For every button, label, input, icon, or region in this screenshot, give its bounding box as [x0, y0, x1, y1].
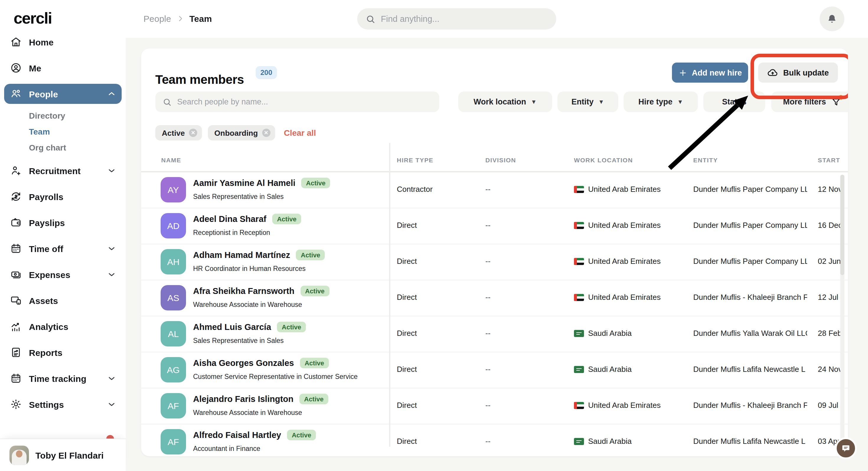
country-name: United Arab Emirates — [588, 185, 661, 194]
user-name: Toby El Flandari — [35, 450, 104, 460]
sidebar-item-settings[interactable]: Settings — [4, 394, 122, 414]
scrollbar-thumb[interactable] — [840, 175, 844, 275]
table-scrollbar[interactable] — [840, 175, 844, 448]
more-filters-button[interactable]: More filters — [771, 92, 848, 112]
table-row[interactable]: AH Adham Hamad Martínez Active HR Coordi… — [141, 244, 848, 280]
gear-icon — [10, 399, 22, 410]
column-header-work-location[interactable]: WORK LOCATION — [574, 156, 633, 163]
sidebar-item-reports[interactable]: Reports — [4, 342, 122, 363]
table-row[interactable]: AG Aisha Georges Gonzales Active Custome… — [141, 352, 848, 388]
table-row[interactable]: AS Afra Sheikha Farnsworth Active Wareho… — [141, 280, 848, 316]
chevron-down-icon: ▼ — [598, 99, 604, 105]
sidebar-item-directory[interactable]: Directory — [8, 108, 118, 123]
breadcrumb-parent[interactable]: People — [144, 13, 171, 24]
employee-name[interactable]: Ahmed Luis García — [193, 322, 271, 332]
avatar: AG — [161, 357, 186, 382]
chat-button[interactable] — [835, 437, 857, 459]
status-badge: Active — [277, 322, 306, 332]
avatar: AL — [161, 321, 186, 346]
employee-role: Customer Service Representative in Custo… — [193, 373, 358, 380]
chevron-up-icon — [107, 90, 116, 98]
country-name: United Arab Emirates — [588, 293, 661, 302]
sidebar-item-label: People — [29, 89, 58, 99]
division-cell: -- — [485, 365, 490, 374]
sidebar-nav: Home Me People Directory Team Org chart … — [0, 28, 126, 414]
sidebar-item-time-tracking[interactable]: Time tracking — [4, 368, 122, 388]
bulk-update-button[interactable]: Bulk update — [758, 63, 838, 83]
entity-filter[interactable]: Entity▼ — [557, 92, 618, 112]
people-search-input[interactable]: Search people by name... — [155, 92, 439, 112]
hire-type-cell: Contractor — [397, 185, 433, 194]
sidebar-item-label: Payslips — [29, 218, 65, 227]
brand-logo: cercli — [0, 0, 126, 28]
avatar: AF — [161, 429, 186, 454]
filter-chip-onboarding[interactable]: Onboarding ✕ — [208, 125, 275, 140]
sidebar-item-people[interactable]: People — [4, 84, 122, 104]
table-row[interactable]: AD Adeel Dina Sharaf Active Receptionist… — [141, 208, 848, 244]
breadcrumb: People Team — [144, 13, 212, 24]
table-row[interactable]: AY Aamir Yasmine Al Hameli Active Sales … — [141, 172, 848, 208]
report-icon — [10, 346, 22, 358]
breadcrumb-current: Team — [189, 13, 212, 24]
column-header-start[interactable]: START — [818, 156, 840, 163]
sidebar-item-label: Expenses — [29, 270, 70, 280]
employee-name[interactable]: Afra Sheikha Farnsworth — [193, 286, 294, 296]
close-icon[interactable]: ✕ — [262, 129, 270, 137]
column-header-entity[interactable]: ENTITY — [693, 156, 718, 163]
sidebar: cercli Home Me People Directory Team Org… — [0, 0, 126, 471]
sidebar-item-me[interactable]: Me — [4, 58, 122, 78]
chevron-down-icon — [107, 400, 116, 408]
sidebar-item-team[interactable]: Team — [8, 125, 118, 139]
table-header: NAME HIRE TYPE DIVISION WORK LOCATION EN… — [141, 156, 848, 171]
employee-name[interactable]: Adeel Dina Sharaf — [193, 214, 266, 224]
user-menu[interactable]: Toby El Flandari — [0, 439, 126, 471]
entity-cell: Dunder Muflis - Khaleeji Branch F — [693, 401, 807, 410]
sidebar-item-analytics[interactable]: Analytics — [4, 316, 122, 337]
employee-name[interactable]: Alejandro Faris Islington — [193, 394, 293, 404]
employee-name[interactable]: Aamir Yasmine Al Hameli — [193, 178, 296, 188]
filter-chip-active[interactable]: Active ✕ — [155, 125, 202, 140]
sidebar-item-assets[interactable]: Assets — [4, 290, 122, 310]
hire-type-cell: Direct — [397, 293, 417, 302]
home-icon — [10, 36, 22, 48]
sidebar-item-time-off[interactable]: Time off — [4, 239, 122, 258]
status-badge: Active — [299, 394, 328, 404]
employee-name[interactable]: Alfredo Faisal Hartley — [193, 430, 281, 440]
sidebar-item-payrolls[interactable]: Payrolls — [4, 187, 122, 207]
column-header-name[interactable]: NAME — [161, 156, 181, 163]
work-location-filter[interactable]: Work location▼ — [458, 92, 552, 112]
member-count-badge: 200 — [256, 66, 277, 79]
add-new-hire-button[interactable]: Add new hire — [672, 63, 748, 83]
clear-all-button[interactable]: Clear all — [284, 128, 316, 137]
hire-type-cell: Direct — [397, 221, 417, 229]
column-header-hire-type[interactable]: HIRE TYPE — [397, 156, 433, 163]
employee-role: Accountant in Finance — [193, 445, 260, 452]
sidebar-item-expenses[interactable]: Expenses — [4, 264, 122, 284]
employee-role: HR Coordinator in Human Resources — [193, 265, 306, 272]
entity-cell: Dunder Muflis Paper Company LL — [693, 185, 807, 194]
sidebar-item-recruitment[interactable]: Recruitment — [4, 161, 122, 181]
active-filter-chips: Active ✕ Onboarding ✕ Clear all — [155, 125, 316, 140]
division-cell: -- — [485, 401, 490, 410]
country-flag-icon — [574, 329, 584, 337]
table-row[interactable]: AL Ahmed Luis García Active Sales Repres… — [141, 316, 848, 352]
notifications-button[interactable] — [819, 6, 844, 31]
page-title: Team members — [155, 72, 244, 87]
entity-cell: Dunder Muflis Yalla Warak Oil LLC — [693, 329, 807, 338]
global-search-input[interactable]: Find anything... — [357, 8, 556, 30]
table-row[interactable]: AF Alfredo Faisal Hartley Active Account… — [141, 425, 848, 456]
employee-name[interactable]: Adham Hamad Martínez — [193, 250, 290, 260]
close-icon[interactable]: ✕ — [189, 129, 197, 137]
table-row[interactable]: AF Alejandro Faris Islington Active Ware… — [141, 388, 848, 425]
employee-name[interactable]: Aisha Georges Gonzales — [193, 358, 294, 368]
frozen-column-divider — [389, 143, 390, 447]
column-header-division[interactable]: DIVISION — [485, 156, 516, 163]
avatar: AY — [161, 177, 186, 202]
hire-type-filter[interactable]: Hire type▼ — [624, 92, 698, 112]
division-cell: -- — [485, 185, 490, 194]
sidebar-item-org-chart[interactable]: Org chart — [8, 140, 118, 155]
sidebar-item-home[interactable]: Home — [4, 32, 122, 52]
status-filter[interactable]: Status — [703, 92, 765, 112]
country-flag-icon — [574, 438, 584, 445]
sidebar-item-payslips[interactable]: Payslips — [4, 213, 122, 232]
